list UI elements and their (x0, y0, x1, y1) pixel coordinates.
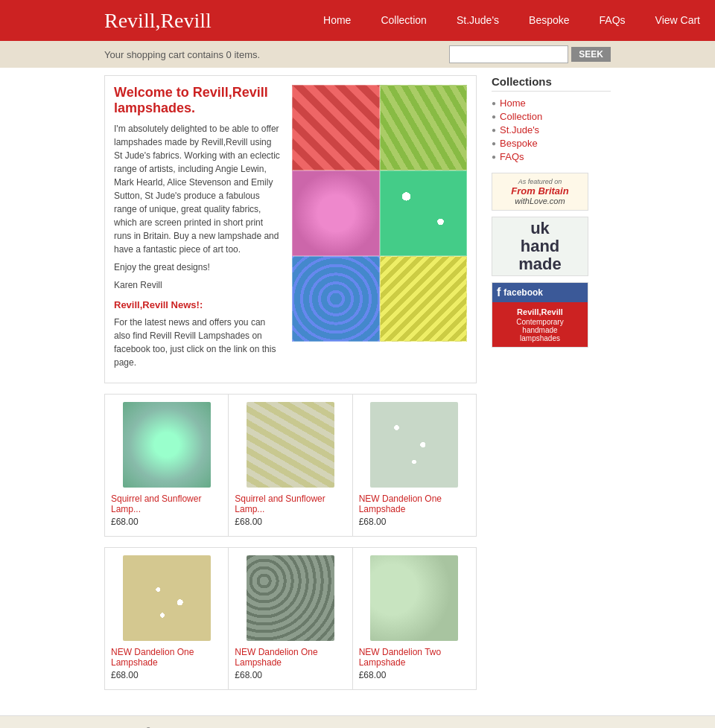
product-link-6[interactable]: NEW Dandelion Two Lampshade (359, 647, 470, 668)
from-britain-badge: As featured on From Britain withLove.com (492, 173, 588, 211)
bullet-icon: ● (492, 153, 496, 161)
nav-bespoke[interactable]: Bespoke (514, 0, 584, 41)
lampshade-collage-image (292, 85, 467, 342)
facebook-badge[interactable]: f facebook Revill,Revill Contemporary ha… (492, 282, 588, 348)
product-price-2: £68.00 (235, 517, 346, 527)
welcome-news-label: Revill,Revill News!: (114, 298, 282, 313)
facebook-icon: f (497, 286, 500, 299)
cart-text: Your shopping cart contains 0 items. (104, 49, 260, 60)
seek-button[interactable]: SEEK (571, 47, 611, 62)
facebook-desc1: Contemporary (516, 318, 563, 326)
product-image-6 (359, 555, 470, 641)
header: Revill,Revill Home Collection St.Jude's … (0, 0, 715, 41)
welcome-text: Welcome to Revill,Revill lampshades. I'm… (114, 85, 282, 374)
product-image-4 (111, 555, 222, 641)
facebook-header: f facebook (492, 283, 588, 302)
bullet-icon: ● (492, 99, 496, 107)
collections-item-home: ● Home (492, 98, 611, 109)
nav-viewcart[interactable]: View Cart (641, 0, 715, 41)
collage-cell-2 (380, 85, 468, 170)
product-thumbnail-4 (123, 555, 211, 641)
product-thumbnail-3 (370, 402, 458, 488)
made-text: made (518, 255, 561, 273)
welcome-title: Welcome to Revill,Revill lampshades. (114, 85, 282, 116)
collections-link-bespoke[interactable]: Bespoke (500, 138, 538, 149)
nav-collection[interactable]: Collection (366, 0, 441, 41)
facebook-brand: Revill,Revill (517, 307, 563, 316)
collections-item-collection: ● Collection (492, 111, 611, 122)
collage-cell-4 (380, 170, 468, 256)
product-link-2[interactable]: Squirrel and Sunflower Lamp... (235, 494, 346, 514)
nav-home[interactable]: Home (308, 0, 366, 41)
product-thumbnail-5 (247, 555, 334, 641)
uk-handmade-badge: uk hand made (492, 217, 588, 276)
product-item-2: Squirrel and Sunflower Lamp... £68.00 (229, 395, 352, 536)
collage-cell-5 (292, 256, 380, 342)
uk-handmade-text: uk hand made (518, 220, 561, 274)
collections-list: ● Home ● Collection ● St.Jude's ● Bespok… (492, 98, 611, 162)
product-image-3 (359, 402, 470, 488)
facebook-desc3: lampshades (520, 334, 560, 342)
main-nav: Home Collection St.Jude's Bespoke FAQs V… (308, 0, 715, 41)
collage-cell-6 (380, 256, 468, 342)
collage-cell-3 (292, 170, 380, 256)
product-item-1: Squirrel and Sunflower Lamp... £68.00 (105, 395, 229, 536)
product-price-5: £68.00 (235, 670, 346, 680)
product-image-5 (235, 555, 346, 641)
product-link-4[interactable]: NEW Dandelion One Lampshade (111, 647, 222, 668)
nav-faqs[interactable]: FAQs (585, 0, 641, 41)
product-image-1 (111, 402, 222, 488)
collections-link-collection[interactable]: Collection (500, 111, 542, 122)
cart-bar: Your shopping cart contains 0 items. SEE… (0, 41, 715, 68)
product-thumbnail-1 (123, 402, 211, 488)
facebook-body: Revill,Revill Contemporary handmade lamp… (492, 302, 588, 347)
product-thumbnail-2 (247, 402, 334, 488)
content-area: Welcome to Revill,Revill lampshades. I'm… (104, 75, 477, 700)
product-price-3: £68.00 (359, 517, 470, 527)
product-item-4: NEW Dandelion One Lampshade £68.00 (105, 548, 229, 689)
welcome-image (292, 85, 467, 374)
product-item-6: NEW Dandelion Two Lampshade £68.00 (353, 548, 476, 689)
lampshade-collage (292, 85, 467, 342)
hand-text: hand (518, 237, 561, 255)
footer: Copyright © 2017 Revill,Revill . All Rig… (0, 715, 715, 729)
product-item-5: NEW Dandelion One Lampshade £68.00 (229, 548, 352, 689)
welcome-box: Welcome to Revill,Revill lampshades. I'm… (104, 75, 477, 383)
sidebar: Collections ● Home ● Collection ● St.Jud… (492, 75, 611, 700)
collections-item-bespoke: ● Bespoke (492, 138, 611, 149)
collections-item-stjudes: ● St.Jude's (492, 124, 611, 135)
collections-title: Collections (492, 75, 611, 92)
collections-item-faqs: ● FAQs (492, 151, 611, 162)
from-britain-title: From Britain (497, 185, 583, 197)
collections-link-home[interactable]: Home (500, 98, 526, 109)
uk-text: uk (518, 220, 561, 237)
product-price-1: £68.00 (111, 517, 222, 527)
welcome-news-body: For the latest news and offers you can a… (114, 316, 282, 369)
from-britain-subtitle: withLove.com (497, 197, 583, 205)
product-link-3[interactable]: NEW Dandelion One Lampshade (359, 494, 470, 514)
bullet-icon: ● (492, 112, 496, 121)
products-row1: Squirrel and Sunflower Lamp... £68.00 Sq… (104, 394, 477, 537)
search-area: SEEK (449, 45, 611, 63)
from-britain-line1: As featured on (497, 178, 583, 185)
collections-link-stjudes[interactable]: St.Jude's (500, 124, 539, 135)
welcome-paragraph1: I'm absolutely delighted to be able to o… (114, 122, 282, 256)
product-thumbnail-6 (370, 555, 458, 641)
products-row2: NEW Dandelion One Lampshade £68.00 NEW D… (104, 547, 477, 690)
nav-stjudes[interactable]: St.Jude's (442, 0, 514, 41)
product-link-5[interactable]: NEW Dandelion One Lampshade (235, 647, 346, 668)
welcome-body: I'm absolutely delighted to be able to o… (114, 122, 282, 369)
search-input[interactable] (449, 45, 568, 63)
product-link-1[interactable]: Squirrel and Sunflower Lamp... (111, 494, 222, 514)
product-item-3: NEW Dandelion One Lampshade £68.00 (353, 395, 476, 536)
product-price-4: £68.00 (111, 670, 222, 680)
bullet-icon: ● (492, 139, 496, 147)
main-content: Welcome to Revill,Revill lampshades. I'm… (0, 68, 715, 715)
product-price-6: £68.00 (359, 670, 470, 680)
facebook-desc2: handmade (522, 326, 557, 334)
product-image-2 (235, 402, 346, 488)
logo: Revill,Revill (0, 9, 308, 33)
collections-link-faqs[interactable]: FAQs (500, 151, 524, 162)
welcome-author: Karen Revill (114, 278, 282, 292)
facebook-label: facebook (503, 287, 543, 298)
